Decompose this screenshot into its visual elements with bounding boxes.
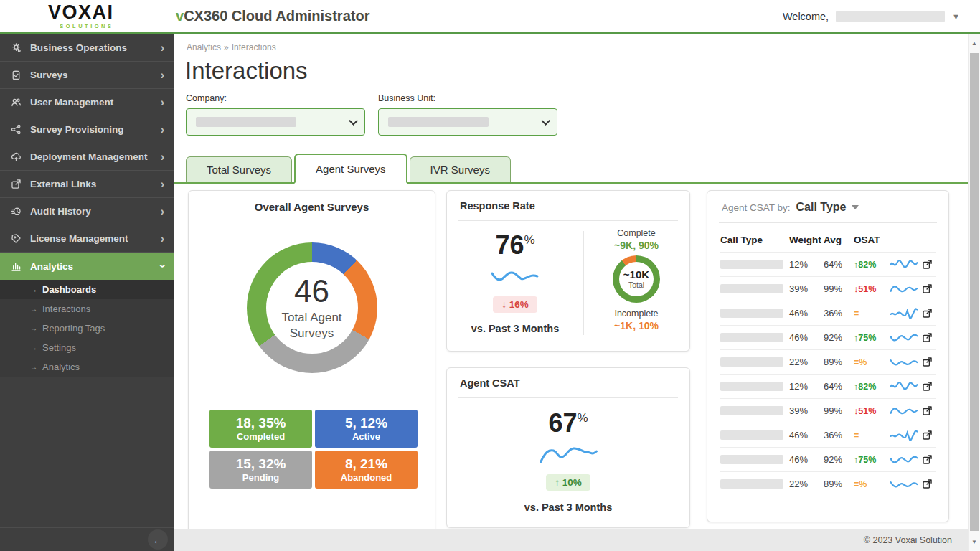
voxai-logo-text: VOXAI [48, 3, 114, 22]
provisioning-network-icon [10, 123, 23, 136]
avg-value: 92% [824, 332, 854, 343]
kpi-unit: % [524, 233, 534, 247]
weight-value: 22% [789, 479, 824, 489]
business-unit-select[interactable] [378, 108, 557, 136]
chevron-right-icon: › [161, 42, 164, 54]
sidebar-subitem-interactions[interactable]: → Interactions [0, 299, 174, 319]
status-tile-abandoned[interactable]: 8, 21% Abandoned [315, 451, 418, 489]
breadcrumb-parent[interactable]: Analytics [187, 42, 221, 52]
tab-agent-surveys[interactable]: Agent Surveys [294, 154, 407, 184]
divider [200, 222, 423, 222]
gears-icon [10, 42, 23, 55]
csat-dimension-selector[interactable]: Call Type [796, 201, 859, 214]
sidebar-item-surveys[interactable]: Surveys › [0, 62, 174, 89]
company-select[interactable] [186, 108, 365, 136]
breadcrumb: Analytics»Interactions [187, 42, 276, 52]
audit-history-icon [10, 205, 23, 218]
tile-value: 15, 32% [236, 456, 286, 473]
sidebar-item-label: User Management [30, 97, 154, 108]
card-header: Agent CSAT by: Call Type [707, 191, 948, 214]
call-type-redacted [720, 333, 783, 342]
open-detail-icon[interactable] [921, 258, 934, 271]
card-title: Agent CSAT [447, 368, 689, 389]
status-tile-completed[interactable]: 18, 35% Completed [209, 410, 312, 448]
sidebar-item-label: Surveys [30, 70, 154, 80]
open-detail-icon[interactable] [921, 453, 934, 466]
sidebar-collapse-button[interactable]: ← [148, 529, 168, 550]
scroll-down-arrow[interactable]: ▼ [969, 536, 980, 548]
arrow-right-icon: → [30, 363, 37, 371]
business-unit-value-redacted [388, 117, 489, 127]
kpi-number: 76 [495, 230, 524, 260]
total-responses-value: ~10K [623, 269, 649, 281]
voxai-logo: VOXAI SOLUTIONS [48, 3, 114, 29]
page-footer: © 2023 Voxai Solution [174, 529, 968, 551]
chevron-down-icon [541, 116, 550, 126]
user-menu-caret-icon[interactable]: ▼ [952, 12, 960, 21]
scroll-up-arrow[interactable]: ▲ [969, 37, 980, 50]
total-responses-label: Total [628, 281, 644, 289]
status-tile-active[interactable]: 5, 12% Active [315, 410, 418, 448]
agent-csat-card: Agent CSAT 67% ↑ 10% vs. Past 3 Months [446, 367, 690, 528]
sidebar-item-license-management[interactable]: License Management › [0, 225, 174, 253]
call-type-redacted [720, 260, 783, 269]
sidebar-item-audit-history[interactable]: Audit History › [0, 198, 174, 225]
sidebar-item-survey-provisioning[interactable]: Survey Provisioning › [0, 116, 174, 143]
breadcrumb-separator: » [224, 42, 229, 52]
sidebar-item-external-links[interactable]: External Links › [0, 171, 174, 198]
caret-down-icon [852, 205, 859, 209]
weight-value: 39% [789, 405, 824, 416]
sidebar-item-label: Audit History [30, 206, 154, 217]
sidebar-item-deployment-management[interactable]: Deployment Management › [0, 143, 174, 171]
arrow-right-icon: → [30, 324, 37, 332]
trend-sparkline [887, 452, 921, 468]
trend-sparkline [887, 476, 921, 492]
table-row: 12% 64% ↑82% [720, 252, 936, 276]
sidebar-item-user-management[interactable]: User Management › [0, 89, 174, 116]
arrow-right-icon: → [30, 344, 37, 352]
sidebar-nav: Business Operations › Surveys › User Man… [0, 34, 174, 551]
overall-agent-surveys-card: Overall Agent Surveys 46 Total Agent Sur… [188, 190, 435, 551]
call-type-redacted [720, 284, 783, 293]
sidebar-subitem-reporting-tags[interactable]: → Reporting Tags [0, 319, 174, 338]
call-type-redacted [720, 357, 783, 367]
agent-surveys-donut-chart: 46 Total Agent Surveys [247, 242, 377, 373]
tile-value: 5, 12% [345, 415, 387, 432]
open-detail-icon[interactable] [921, 405, 934, 418]
tile-label: Completed [237, 431, 285, 442]
external-link-icon [10, 178, 23, 191]
tab-ivr-surveys[interactable]: IVR Surveys [410, 156, 511, 182]
sidebar-subitem-dashboards[interactable]: → Dashboards [0, 280, 174, 299]
donut-center: 46 Total Agent Surveys [247, 242, 377, 373]
vertical-scrollbar[interactable]: ▲ ▼ [968, 34, 980, 551]
scrollbar-thumb[interactable] [970, 53, 979, 531]
sidebar-subitem-label: Dashboards [42, 284, 96, 295]
avg-value: 92% [824, 454, 854, 465]
weight-value: 46% [789, 332, 824, 343]
tab-label: Total Surveys [207, 164, 271, 176]
open-detail-icon[interactable] [921, 429, 934, 442]
osat-value: ↓51% [854, 406, 887, 416]
open-detail-icon[interactable] [921, 331, 934, 344]
open-detail-icon[interactable] [921, 478, 934, 491]
table-row: 22% 89% =% [720, 471, 936, 496]
sidebar-subitem-settings[interactable]: → Settings [0, 338, 174, 357]
sidebar-item-analytics[interactable]: Analytics › [0, 253, 174, 280]
open-detail-icon[interactable] [921, 307, 934, 320]
sidebar-item-label: Survey Provisioning [30, 124, 154, 135]
status-tile-pending[interactable]: 15, 32% Pending [209, 451, 312, 489]
sidebar-item-business-operations[interactable]: Business Operations › [0, 34, 174, 62]
sidebar-items: Business Operations › Surveys › User Man… [0, 34, 174, 280]
brand-subtitle: SOLUTIONS [48, 23, 114, 29]
user-menu[interactable]: Welcome, ▼ [783, 0, 960, 32]
open-detail-icon[interactable] [921, 380, 934, 393]
arrow-up-icon: ↑ [555, 477, 560, 488]
tab-label: IVR Surveys [430, 164, 490, 176]
osat-value: ↑75% [854, 455, 887, 465]
open-detail-icon[interactable] [921, 356, 934, 369]
sidebar-subitem-analytics[interactable]: → Analytics [0, 357, 174, 377]
tile-label: Pending [242, 472, 279, 483]
open-detail-icon[interactable] [921, 283, 934, 296]
tab-total-surveys[interactable]: Total Surveys [186, 156, 292, 182]
call-type-redacted [720, 479, 783, 489]
